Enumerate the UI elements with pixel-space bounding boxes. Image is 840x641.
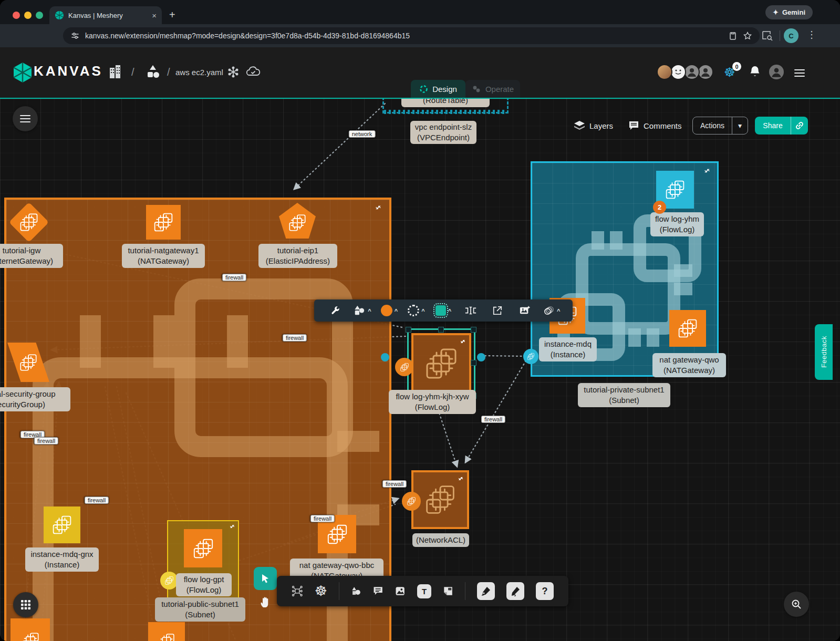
image-tool-icon[interactable] <box>395 585 406 597</box>
fill-color-picker[interactable]: ^ <box>376 305 403 316</box>
chip-icon <box>19 212 39 232</box>
flowlog-kjh-port-badge[interactable] <box>395 358 413 376</box>
share-link-icon[interactable] <box>791 117 808 135</box>
browser-profile-avatar[interactable]: C <box>784 28 798 43</box>
flowlog-gpt-port-badge[interactable] <box>160 572 178 590</box>
shape-picker[interactable]: ^ <box>349 305 376 316</box>
actions-label[interactable]: Actions <box>693 117 732 134</box>
header-menu-icon[interactable] <box>794 67 805 79</box>
add-image-tool[interactable] <box>511 305 538 316</box>
pen-tool-button[interactable] <box>477 582 495 600</box>
actions-button[interactable]: Actions ▾ <box>692 117 748 135</box>
user-avatar[interactable] <box>768 64 785 80</box>
flowlog-yhm-count-badge[interactable]: 2 <box>653 201 666 214</box>
help-button[interactable]: ? <box>536 582 554 600</box>
design-canvas[interactable]: (RouteTable) vpc endpoint-slz(VPCEndpoin… <box>0 98 840 641</box>
resize-icon[interactable] <box>460 338 466 345</box>
edge-endpoint-dot[interactable] <box>381 353 389 361</box>
text-tool-button[interactable]: T <box>417 584 431 598</box>
selection-handle[interactable] <box>406 327 411 333</box>
apps-grid-button[interactable] <box>13 592 38 617</box>
design-file-name[interactable]: aws ec2.yaml <box>175 68 223 77</box>
zoom-button[interactable] <box>784 592 809 617</box>
designs-icon[interactable] <box>145 64 161 80</box>
open-source-tool[interactable] <box>484 305 511 316</box>
share-button[interactable]: Share <box>755 117 808 135</box>
node-partial-bottom-1[interactable] <box>11 618 50 641</box>
kanvas-logo-icon[interactable] <box>13 62 33 83</box>
node-natgw-qwo[interactable] <box>669 310 706 347</box>
node-security-group[interactable] <box>7 343 49 382</box>
layers-button[interactable]: Layers <box>574 117 613 135</box>
node-label-flowlog-gpt: flow log-gpt(FlowLog) <box>176 573 232 596</box>
subnet-port-badge[interactable] <box>523 349 538 364</box>
k8s-context-switcher[interactable]: ☸ 0 <box>724 64 740 80</box>
notifications-bell-icon[interactable] <box>749 65 761 78</box>
cloud-sync-icon[interactable] <box>246 65 261 79</box>
collaborator-avatar-4[interactable] <box>698 64 713 80</box>
node-elastic-ip[interactable] <box>279 203 316 239</box>
node-label-vpc-endpoint[interactable]: vpc endpoint-slz(VPCEndpoint) <box>410 121 476 144</box>
chip-icon <box>153 212 174 233</box>
note-tool-icon[interactable] <box>443 585 453 597</box>
node-flowlog-kjh-selected[interactable] <box>411 333 471 394</box>
tab-operate[interactable]: Operate <box>465 80 520 98</box>
configure-tool[interactable] <box>322 305 349 316</box>
group-style-picker[interactable]: ^ <box>538 305 566 316</box>
resize-icon[interactable] <box>703 167 711 174</box>
tab-close-icon[interactable]: × <box>152 12 157 19</box>
body-style-picker[interactable]: ^ <box>430 305 457 316</box>
kubernetes-tool-icon[interactable]: ☸ <box>315 584 327 598</box>
node-internet-gateway[interactable] <box>12 205 46 240</box>
feedback-tab[interactable]: Feedback <box>815 324 833 380</box>
site-settings-icon[interactable] <box>70 31 80 40</box>
edge-endpoint-dot[interactable] <box>477 353 485 361</box>
rename-tool[interactable] <box>457 306 484 315</box>
collaborator-avatar-3[interactable] <box>684 64 700 80</box>
network-acl-port-badge[interactable] <box>402 492 421 511</box>
comment-tool-icon[interactable] <box>373 585 383 597</box>
node-partial-bottom-2[interactable] <box>148 622 185 641</box>
url-text[interactable]: kanvas.new/extension/meshmap?mode=design… <box>85 32 723 40</box>
border-style-picker[interactable]: ^ <box>403 305 430 316</box>
shapes-tool-icon[interactable] <box>351 585 361 597</box>
selection-handle[interactable] <box>471 360 476 366</box>
actions-caret[interactable]: ▾ <box>732 117 748 134</box>
toolbar-separator <box>465 582 465 600</box>
node-instance-gnx[interactable] <box>44 506 80 543</box>
browser-tab[interactable]: Kanvas | Meshery × <box>49 6 162 24</box>
traffic-minimize-button[interactable] <box>24 12 32 19</box>
resize-icon[interactable] <box>375 204 382 211</box>
kanvas-wordmark[interactable]: KANVAS <box>34 63 103 79</box>
traffic-zoom-button[interactable] <box>36 12 43 19</box>
freehand-tool-button[interactable] <box>506 582 524 600</box>
browser-menu-icon[interactable]: ⋮ <box>807 29 816 40</box>
design-config-icon[interactable] <box>227 66 240 78</box>
new-tab-button[interactable]: + <box>169 9 175 20</box>
pan-tool-button[interactable] <box>254 590 277 614</box>
organization-icon[interactable] <box>108 65 122 79</box>
chip-icon <box>407 497 416 506</box>
node-flowlog-gpt[interactable] <box>184 529 222 567</box>
node-label-flowlog-kjh: flow log-yhm-kjh-xyw(FlowLog) <box>389 390 476 414</box>
meshmap-components-icon[interactable] <box>292 584 303 598</box>
canvas-menu-button[interactable] <box>13 106 38 131</box>
reading-mode-icon[interactable] <box>762 30 773 41</box>
collaborator-avatar-2[interactable] <box>670 64 686 80</box>
bookmark-star-icon[interactable] <box>743 31 752 40</box>
selection-handle[interactable] <box>438 327 444 333</box>
node-label-security-group: tutorial-security-group(SecurityGroup) <box>0 387 70 411</box>
selection-handle[interactable] <box>471 327 476 333</box>
url-bar[interactable]: kanvas.new/extension/meshmap?mode=design… <box>63 27 760 44</box>
share-label[interactable]: Share <box>755 117 791 135</box>
comments-button[interactable]: Comments <box>628 117 682 135</box>
save-icon[interactable] <box>728 31 738 40</box>
select-tool-button[interactable] <box>254 567 277 590</box>
node-natgateway1[interactable] <box>146 205 181 240</box>
resize-icon[interactable] <box>229 523 235 530</box>
gemini-button[interactable]: ✦ Gemini <box>765 5 813 19</box>
tab-design[interactable]: Design <box>411 80 465 98</box>
collaborator-avatar-1[interactable] <box>657 64 672 80</box>
resize-icon[interactable] <box>458 475 464 482</box>
traffic-close-button[interactable] <box>13 12 20 19</box>
